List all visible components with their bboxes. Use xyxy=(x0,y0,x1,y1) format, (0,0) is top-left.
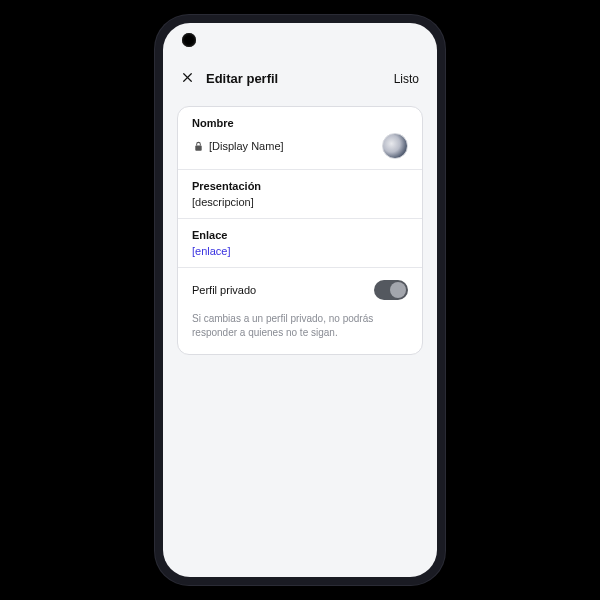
close-icon[interactable] xyxy=(181,71,194,86)
name-label: Nombre xyxy=(192,117,408,129)
front-camera xyxy=(182,33,196,47)
header: Editar perfil Listo xyxy=(163,65,437,96)
name-value-wrap: [Display Name] xyxy=(192,140,284,152)
bio-value: [descripcion] xyxy=(192,196,408,208)
link-value[interactable]: [enlace] xyxy=(192,245,408,257)
phone-frame: Editar perfil Listo Nombre xyxy=(155,15,445,585)
lock-icon xyxy=(192,140,204,152)
content: Nombre [Display Name] xyxy=(163,96,437,365)
header-left: Editar perfil xyxy=(181,71,278,86)
name-row[interactable]: Nombre [Display Name] xyxy=(178,107,422,170)
private-row: Perfil privado xyxy=(178,268,422,308)
screen: Editar perfil Listo Nombre xyxy=(163,23,437,577)
bio-label: Presentación xyxy=(192,180,408,192)
profile-card: Nombre [Display Name] xyxy=(177,106,423,355)
private-note: Si cambias a un perfil privado, no podrá… xyxy=(178,308,422,354)
page-title: Editar perfil xyxy=(206,71,278,86)
done-button[interactable]: Listo xyxy=(394,72,419,86)
private-label: Perfil privado xyxy=(192,284,256,296)
bio-row[interactable]: Presentación [descripcion] xyxy=(178,170,422,219)
link-row[interactable]: Enlace [enlace] xyxy=(178,219,422,268)
link-label: Enlace xyxy=(192,229,408,241)
private-toggle[interactable] xyxy=(374,280,408,300)
display-name: [Display Name] xyxy=(209,140,284,152)
avatar[interactable] xyxy=(382,133,408,159)
name-body: [Display Name] xyxy=(192,133,408,159)
status-bar-spacer xyxy=(163,23,437,65)
toggle-knob xyxy=(390,282,406,298)
svg-rect-2 xyxy=(195,145,201,150)
